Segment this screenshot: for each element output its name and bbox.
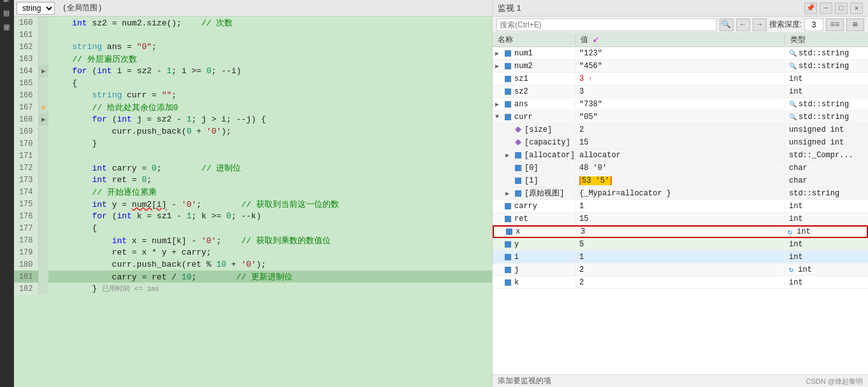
sidebar-icon-1[interactable]: 逻调 <box>2 3 12 13</box>
refresh-icon[interactable]: ↻ <box>789 265 793 274</box>
line-code: curr.push_back(ret % 10 + '0'); <box>48 258 492 271</box>
watch-search-icon-btn[interactable]: 🔍 <box>720 18 734 31</box>
line-number: 175 <box>14 198 38 210</box>
watch-nav-back[interactable]: ← <box>736 18 750 31</box>
list-item[interactable]: ▶ [size] 2 unsigned int <box>493 123 868 136</box>
list-item[interactable]: ▶ num1 "123" 🔍 std::string <box>493 47 868 60</box>
list-item[interactable]: ▶ carry 1 int <box>493 200 868 213</box>
line-code: // 外层遍历次数 <box>48 53 492 65</box>
line-gutter: ▶ <box>38 113 48 125</box>
scope-select[interactable]: string <box>17 2 55 15</box>
list-item[interactable]: ▶ [capacity] 15 unsigned int <box>493 136 868 149</box>
table-row: 173 int ret = 0; <box>14 174 492 186</box>
type-search-icon[interactable]: 🔍 <box>789 50 797 57</box>
type-search-icon[interactable]: 🔍 <box>789 62 797 70</box>
table-row: 180 curr.push_back(ret % 10 + '0'); <box>14 258 492 271</box>
table-row: 164 ▶ for (int i = sz2 - 1; i >= 0; --i) <box>14 65 492 77</box>
watch-nav-forward[interactable]: → <box>753 18 767 31</box>
line-gutter <box>38 210 48 222</box>
watch-cell-val: 1 <box>575 253 785 262</box>
table-row: 162 string ans = "0"; <box>14 41 492 53</box>
line-gutter <box>38 283 48 295</box>
watch-pin-button[interactable]: 📌 <box>804 3 817 14</box>
line-code: int ret = 0; <box>48 174 492 186</box>
var-name: ret <box>514 215 528 223</box>
watch-cell-val: 15 <box>575 215 785 223</box>
list-item[interactable]: ▶ y 5 int <box>493 238 868 251</box>
watch-close-button[interactable]: ✕ <box>850 3 863 14</box>
scope-label: (全局范围) <box>57 3 107 13</box>
line-number: 161 <box>14 29 38 41</box>
line-code: } 已用时间 <= 1ms <box>48 283 492 295</box>
watch-minimize-button[interactable]: ─ <box>820 3 832 14</box>
list-item[interactable]: ▶ [1] 53 '5' char <box>493 174 868 187</box>
watch-cell-val: 53 '5' <box>575 176 785 185</box>
expand-icon[interactable]: ▶ <box>495 50 503 57</box>
watch-cell-name: ▶ ans <box>493 100 575 109</box>
watch-columns-btn[interactable]: ⊞ <box>846 18 864 31</box>
search-depth-input[interactable] <box>804 18 823 31</box>
list-item[interactable]: ▶ ans "738" 🔍 std::string <box>493 98 868 111</box>
var-icon <box>505 216 511 222</box>
table-row: 167 ⊙ // 给此处其余位添加0 <box>14 101 492 113</box>
type-text: int <box>797 227 811 236</box>
list-item[interactable]: ▶ sz2 3 int <box>493 85 868 98</box>
refresh-icon[interactable]: ↻ <box>788 227 792 237</box>
watch-cell-name: ▶ num1 <box>493 49 575 58</box>
table-row: 163 // 外层遍历次数 <box>14 53 492 65</box>
watch-cell-val: 2 <box>575 278 785 287</box>
var-name: curr <box>514 113 533 122</box>
line-code: for (int k = sz1 - 1; k >= 0; --k) <box>48 210 492 222</box>
watch-cell-name: ▶ num2 <box>493 62 575 71</box>
watch-cell-val: 3 <box>575 87 785 96</box>
sidebar-icon-2[interactable]: 辑用 <box>2 17 12 27</box>
watch-cell-val: 5 <box>575 240 785 249</box>
watch-cell-name: ▶ [原始视图] <box>493 188 575 199</box>
watch-cell-type: 🔍 std::string <box>785 62 868 71</box>
watch-search-input[interactable] <box>496 18 717 31</box>
watch-options-btn[interactable]: ≡≡ <box>826 18 844 31</box>
var-icon <box>505 241 511 248</box>
var-icon <box>505 267 511 273</box>
line-number: 163 <box>14 53 38 65</box>
expand-icon[interactable]: ▶ <box>495 101 503 108</box>
watch-col-type-header: 类型 <box>785 34 868 45</box>
list-item[interactable]: ▶ x 3 ↻ int <box>493 225 868 238</box>
add-watch-label: 添加要监视的项 <box>498 376 551 386</box>
watch-cell-val: 15 <box>575 138 785 147</box>
list-item[interactable]: ▶ [allocator] allocator std::_Compr... <box>493 149 868 162</box>
var-icon <box>505 50 511 57</box>
list-item[interactable]: ▶ ret 15 int <box>493 213 868 225</box>
type-text: int <box>789 202 803 211</box>
line-number: 165 <box>14 77 38 89</box>
watch-cell-name: ▶ k <box>493 278 575 287</box>
list-item[interactable]: ▶ num2 "456" 🔍 std::string <box>493 60 868 73</box>
table-row: 170 } <box>14 137 492 150</box>
watch-maximize-button[interactable]: □ <box>835 3 848 14</box>
type-search-icon[interactable]: 🔍 <box>789 101 797 108</box>
watch-cell-val: 3 <box>577 227 784 236</box>
var-icon <box>515 165 521 171</box>
list-item[interactable]: ▶ [0] 48 '0' char <box>493 162 868 174</box>
list-item[interactable]: ▶ j 2 ↻ int <box>493 264 868 276</box>
expand-icon[interactable]: ▼ <box>495 113 503 120</box>
type-search-icon[interactable]: 🔍 <box>789 113 797 121</box>
list-item[interactable]: ▶ [原始视图] {_Mypair=allocator } std::strin… <box>493 187 868 200</box>
expand-icon[interactable]: ▶ <box>495 62 503 70</box>
type-text: std::string <box>799 62 849 71</box>
expand-icon[interactable]: ▶ <box>505 190 513 197</box>
line-code: // 给此处其余位添加0 <box>48 101 492 113</box>
type-text: std::string <box>799 100 849 109</box>
sidebar-icon-3[interactable]: 断器 <box>2 31 12 41</box>
table-row: 182 } 已用时间 <= 1ms <box>14 283 492 295</box>
list-item[interactable]: ▶ i 1 int <box>493 251 868 264</box>
list-item[interactable]: ▶ sz1 3 ↑ int <box>493 73 868 85</box>
watch-cell-type: int <box>785 74 868 83</box>
code-container[interactable]: 160 int sz2 = num2.size(); // 次数 161 162… <box>14 17 492 387</box>
code-table: 160 int sz2 = num2.size(); // 次数 161 162… <box>14 17 492 295</box>
list-item[interactable]: ▼ curr "05" 🔍 std::string <box>493 111 868 123</box>
table-row: 171 <box>14 150 492 162</box>
expand-icon[interactable]: ▶ <box>505 151 513 159</box>
list-item[interactable]: ▶ k 2 int <box>493 276 868 289</box>
line-gutter <box>38 53 48 65</box>
